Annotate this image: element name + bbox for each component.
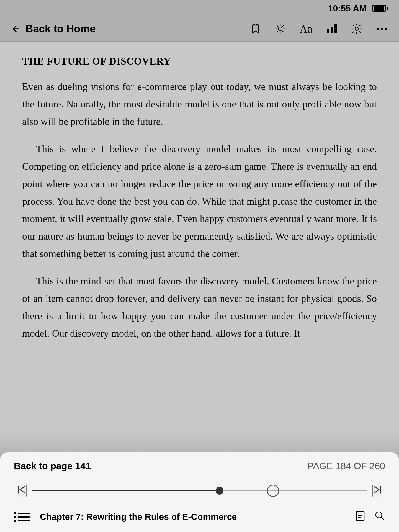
back-label: Back to Home (25, 23, 96, 35)
back-to-home-button[interactable]: Back to Home (11, 23, 96, 35)
svg-line-5 (277, 26, 278, 27)
slider-end-button[interactable] (372, 485, 382, 497)
footer-row: Chapter 7: Rewriting the Rules of E-Comm… (14, 510, 385, 524)
slider-track[interactable] (32, 490, 367, 491)
slider-end-icon (373, 485, 382, 494)
chapter-label: Chapter 7: Rewriting the Rules of E-Comm… (40, 512, 237, 522)
notes-icon (355, 510, 366, 521)
notes-button[interactable] (355, 510, 366, 524)
svg-point-12 (355, 27, 358, 30)
font-label: Aa (300, 22, 313, 35)
svg-rect-10 (331, 27, 333, 33)
brightness-icon (275, 23, 286, 34)
paragraph-3: This is the mind-set that most favors th… (22, 273, 377, 342)
section-title: THE FUTURE OF DISCOVERY (22, 55, 377, 67)
battery-icon (372, 5, 388, 12)
paragraph-1: Even as dueling visions for e-commerce p… (22, 78, 377, 130)
search-button[interactable] (374, 510, 385, 524)
nav-bar: Back to Home Aa (0, 17, 399, 42)
svg-line-6 (282, 31, 284, 32)
paragraph-2: This is where I believe the discovery mo… (22, 140, 377, 263)
search-icon (374, 510, 385, 521)
page-info-row: Back to page 141 PAGE 184 OF 260 (14, 461, 385, 471)
brightness-button[interactable] (275, 23, 286, 34)
more-label: ··· (376, 23, 388, 35)
bookmark-button[interactable] (250, 24, 261, 34)
slider-start-button[interactable] (17, 485, 27, 497)
svg-rect-11 (334, 24, 337, 33)
slider-thumb-open[interactable] (267, 485, 279, 497)
table-of-contents-button[interactable] (14, 512, 30, 522)
slider-start-icon (17, 485, 26, 494)
chart-icon (326, 24, 337, 34)
reading-area: THE FUTURE OF DISCOVERY Even as dueling … (0, 42, 399, 452)
settings-icon (351, 23, 362, 34)
nav-icons: Aa ··· (250, 22, 388, 35)
settings-button[interactable] (351, 23, 362, 34)
slider-row (14, 485, 385, 497)
back-arrow-icon (11, 24, 21, 34)
footer-left: Chapter 7: Rewriting the Rules of E-Comm… (14, 512, 237, 522)
footer-icons (355, 510, 385, 524)
chart-button[interactable] (326, 24, 337, 34)
more-button[interactable]: ··· (376, 23, 388, 35)
svg-line-7 (282, 26, 284, 27)
bookmark-icon (250, 24, 261, 34)
bottom-panel: Back to page 141 PAGE 184 OF 260 (0, 452, 399, 532)
back-to-page-label[interactable]: Back to page 141 (14, 461, 91, 471)
page-counter: PAGE 184 OF 260 (307, 461, 385, 471)
fade-overlay (0, 430, 399, 452)
svg-line-20 (381, 517, 384, 520)
font-button[interactable]: Aa (300, 22, 313, 35)
slider-thumb-progress[interactable] (216, 487, 223, 495)
status-time: 10:55 AM (328, 3, 367, 14)
svg-point-0 (278, 27, 282, 31)
svg-rect-9 (327, 29, 329, 33)
svg-line-8 (277, 31, 278, 32)
status-bar: 10:55 AM (0, 0, 399, 17)
